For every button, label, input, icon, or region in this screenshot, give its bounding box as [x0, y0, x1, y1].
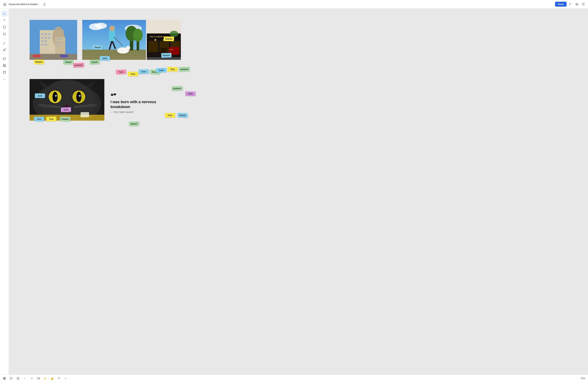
left-toolbar: ↖ T: [0, 8, 9, 191]
sticky-tom-1[interactable]: Tom: [116, 69, 126, 74]
svg-text:THE CLARENCE: THE CLARENCE: [149, 36, 164, 38]
pen-tool[interactable]: [1, 40, 7, 46]
sticky-natalie-2[interactable]: Natalie: [161, 53, 172, 58]
svg-point-60: [154, 39, 156, 41]
svg-rect-10: [4, 65, 5, 66]
frame-tool[interactable]: [1, 63, 7, 69]
comment-tool[interactable]: [1, 56, 7, 62]
svg-rect-29: [57, 42, 59, 43]
svg-text:PIES: PIES: [170, 49, 173, 50]
toolbar-divider2: [2, 54, 6, 54]
svg-point-77: [76, 92, 81, 102]
svg-point-37: [95, 23, 107, 29]
svg-rect-31: [57, 45, 59, 47]
svg-point-78: [79, 95, 81, 97]
note-tool[interactable]: [1, 24, 7, 30]
sticky-david-1[interactable]: David: [90, 60, 100, 64]
svg-rect-21: [45, 37, 47, 39]
text-tool[interactable]: T: [1, 17, 7, 23]
svg-rect-18: [45, 33, 47, 35]
sticky-david-3[interactable]: David: [92, 45, 103, 50]
sticky-david-5[interactable]: David: [177, 113, 188, 118]
svg-rect-25: [42, 44, 43, 45]
sticky-julie-5[interactable]: Julie: [185, 91, 195, 96]
cursor-tool[interactable]: ↖: [1, 11, 7, 17]
svg-rect-9: [3, 64, 6, 67]
sticky-julie-1[interactable]: Julie: [100, 56, 110, 61]
svg-rect-7: [3, 33, 5, 35]
sticky-david-6[interactable]: David: [129, 121, 139, 126]
svg-rect-24: [45, 40, 47, 42]
header: Guess the artist ice breaker ☆ Share: [0, 0, 294, 8]
image-frame-2: [82, 20, 146, 60]
embed-tool[interactable]: [1, 69, 7, 75]
sticky-natalie-4[interactable]: Natalie: [60, 117, 70, 122]
svg-point-47: [109, 26, 115, 31]
svg-rect-22: [48, 37, 50, 39]
shape-tool[interactable]: [1, 31, 7, 37]
svg-rect-46: [109, 30, 115, 41]
svg-point-65: [170, 31, 178, 37]
sticky-tom-4[interactable]: Tom: [168, 67, 178, 72]
svg-line-8: [3, 42, 5, 44]
svg-point-49: [126, 46, 130, 50]
svg-rect-23: [42, 40, 43, 42]
sticky-andrew-2[interactable]: Andrew: [179, 67, 190, 72]
quote-mark: ❝❞: [110, 93, 175, 99]
more-tools[interactable]: ⋯: [1, 76, 7, 82]
sticky-david-2[interactable]: David: [63, 60, 73, 64]
sticky-tom-2[interactable]: Tom: [128, 72, 138, 76]
canvas: THE CLARENCE PIES: [9, 8, 294, 191]
svg-rect-17: [42, 33, 43, 35]
svg-point-74: [55, 95, 57, 97]
svg-rect-11: [3, 71, 6, 74]
sticky-julie-2[interactable]: Julie: [156, 68, 166, 73]
page-title: Guess the artist ice breaker: [9, 3, 38, 6]
svg-rect-39: [82, 50, 146, 60]
quote-text: I was born with a nervous breakdown: [110, 100, 175, 109]
sticky-julie-3[interactable]: Julie: [35, 93, 45, 98]
svg-rect-19: [48, 33, 50, 35]
pencil-tool[interactable]: [1, 47, 7, 53]
svg-point-43: [133, 29, 143, 42]
svg-rect-26: [45, 44, 47, 45]
svg-rect-28: [60, 39, 62, 40]
svg-rect-33: [33, 55, 41, 57]
sticky-natalie-3[interactable]: Natalie: [164, 36, 174, 41]
sticky-tom-5[interactable]: Tom: [34, 117, 44, 121]
svg-rect-30: [60, 42, 62, 43]
title-area: Guess the artist ice breaker ☆: [9, 2, 294, 7]
sticky-tom-7[interactable]: Tom: [165, 113, 175, 118]
svg-rect-56: [148, 41, 158, 52]
sticky-andrew-1[interactable]: Andrew: [73, 63, 84, 68]
upload-button[interactable]: [42, 2, 47, 7]
toolbar-divider: [2, 38, 6, 39]
svg-rect-34: [60, 55, 68, 57]
svg-point-73: [53, 92, 58, 102]
favorite-star[interactable]: ☆: [39, 3, 41, 6]
home-button[interactable]: [2, 1, 7, 7]
svg-rect-20: [42, 37, 43, 39]
sticky-julie-4[interactable]: Julie: [61, 107, 71, 112]
svg-rect-27: [57, 39, 59, 40]
sticky-tom-6[interactable]: Tom: [46, 117, 56, 121]
sticky-tom-3[interactable]: Tom: [139, 69, 149, 74]
quote-card: ❝❞ I was born with a nervous breakdown —…: [110, 93, 175, 113]
svg-rect-86: [81, 112, 89, 117]
sticky-andrew-3[interactable]: Andrew: [172, 86, 183, 91]
image-frame-4: [30, 79, 104, 121]
image-frame-1: [30, 20, 77, 60]
sticky-natalie-1[interactable]: Natalie: [34, 60, 44, 64]
svg-rect-6: [3, 26, 6, 28]
